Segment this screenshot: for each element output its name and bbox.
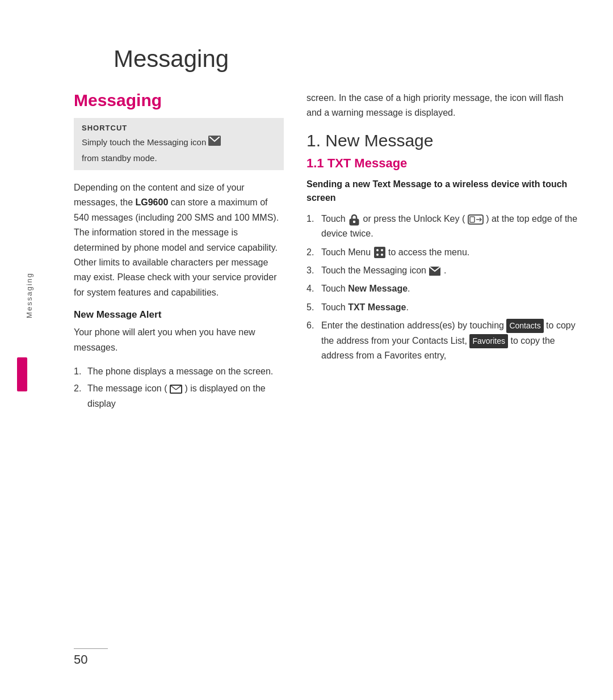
step-6: 6. Enter the destination address(es) by … (306, 318, 579, 363)
shortcut-box: SHORTCUT Simply touch the Messaging icon… (74, 118, 284, 170)
step-3: 3. Touch the Messaging icon . (306, 263, 579, 278)
page: Messaging Messaging 50 Messaging SHORTCU… (0, 0, 613, 700)
body-paragraph-1: Depending on the content and size of you… (74, 180, 284, 300)
sidebar-label: Messaging (25, 272, 33, 318)
list-item: 1. The phone displays a message on the s… (74, 364, 284, 379)
shortcut-text: Simply touch the Messaging icon from sta… (82, 136, 276, 165)
menu-icon (373, 247, 388, 257)
svg-line-5 (176, 385, 182, 390)
alert-list: 1. The phone displays a message on the s… (74, 364, 284, 411)
txt-message-title: 1.1 TXT Message (306, 156, 579, 171)
left-column: Messaging SHORTCUT Simply touch the Mess… (74, 91, 284, 677)
page-title: Messaging (114, 45, 229, 73)
new-message-alert-heading: New Message Alert (74, 309, 284, 321)
messaging-icon (429, 265, 443, 275)
step-2: 2. Touch Menu to access the menu. (306, 245, 579, 260)
left-section-title: Messaging (74, 91, 284, 110)
step-1: 1. Touch or press the Unlock Key ( (306, 212, 579, 242)
sidebar-bar (17, 357, 27, 391)
message-icon (170, 383, 184, 393)
svg-line-4 (170, 385, 176, 390)
right-column: screen. In the case of a high priority m… (306, 91, 579, 677)
bold-subtext: Sending a new Text Message to a wireless… (306, 178, 579, 205)
shortcut-text-after: from standby mode. (82, 152, 157, 165)
unlock-key-icon (468, 214, 486, 224)
svg-rect-7 (353, 221, 355, 223)
new-message-title: 1. New Message (306, 131, 579, 150)
contacts-badge: Contacts (506, 319, 543, 333)
svg-rect-9 (470, 217, 475, 222)
step-5: 5. Touch TXT Message. (306, 300, 579, 315)
envelope-icon (208, 136, 221, 150)
step-4: 4. Touch New Message. (306, 281, 579, 296)
content-area: Messaging SHORTCUT Simply touch the Mess… (74, 91, 579, 677)
steps-list: 1. Touch or press the Unlock Key ( (306, 212, 579, 364)
svg-point-13 (381, 249, 383, 251)
list-item: 2. The message icon ( ) is displayed on … (74, 381, 284, 411)
svg-rect-11 (374, 247, 385, 258)
new-message-alert-text: Your phone will alert you when you have … (74, 325, 284, 355)
shortcut-text-before: Simply touch the Messaging icon (82, 136, 206, 149)
right-body-text: screen. In the case of a high priority m… (306, 91, 579, 121)
shortcut-label: SHORTCUT (82, 124, 276, 132)
lock-icon (348, 214, 363, 224)
svg-point-14 (376, 254, 379, 256)
new-message-title-text: 1. New Message (306, 131, 433, 150)
favorites-badge: Favorites (469, 334, 508, 348)
svg-point-15 (381, 254, 383, 256)
svg-point-12 (376, 249, 379, 251)
